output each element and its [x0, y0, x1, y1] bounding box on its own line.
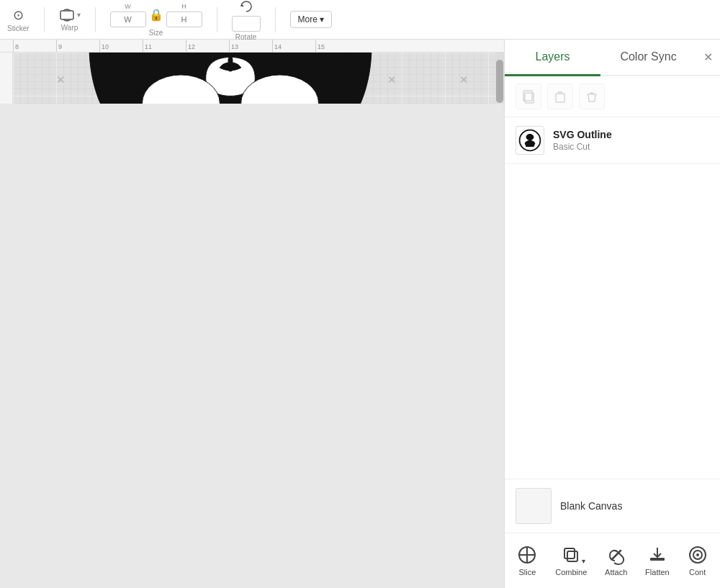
size-tool: W 🔒 H Size	[110, 3, 202, 37]
ruler-left	[0, 53, 13, 104]
ruler-tick-9: 9	[56, 40, 99, 52]
ruler-tick-8: 8	[13, 40, 56, 52]
separator-2	[95, 7, 96, 32]
paste-layer-button[interactable]	[547, 83, 573, 109]
ruler-tick-10: 10	[99, 40, 143, 52]
width-label: W	[125, 3, 131, 10]
combine-button[interactable]: ▾ Combine	[548, 540, 594, 581]
sticker-label: Sticker	[7, 24, 30, 32]
right-panel: Layers Color Sync ✕	[504, 40, 720, 588]
main-area: 8 9 10 11 12 13 14 15 ✕ ✕	[0, 40, 720, 588]
copy-icon	[521, 89, 536, 104]
svg-rect-23	[650, 558, 665, 561]
ruler-tick-15: 15	[315, 40, 359, 52]
lock-icon[interactable]: 🔒	[149, 8, 163, 22]
more-arrow: ▾	[320, 14, 324, 24]
attach-icon	[606, 545, 626, 565]
warp-tool[interactable]: ▾ Warp	[59, 8, 81, 32]
layer-thumbnail	[516, 126, 544, 155]
svg-rect-10	[228, 57, 233, 71]
canvas-scrollbar[interactable]	[495, 53, 504, 104]
blank-canvas-item[interactable]: Blank Canvas	[505, 479, 720, 533]
warp-icon: ▾	[59, 8, 81, 22]
width-input[interactable]	[110, 12, 146, 27]
layer-toolbar	[505, 76, 720, 117]
tabs-bar: Layers Color Sync ✕	[505, 40, 720, 76]
delete-layer-button[interactable]	[579, 83, 605, 109]
svg-point-26	[696, 553, 699, 556]
flatten-button[interactable]: Flatten	[638, 540, 677, 581]
panel-close-button[interactable]: ✕	[696, 40, 720, 75]
warp-label: Warp	[61, 24, 78, 32]
panel-content: SVG Outline Basic Cut Blank Canvas	[505, 117, 720, 533]
combine-label: Combine	[555, 568, 587, 576]
layer-type: Basic Cut	[553, 142, 709, 152]
copy-layer-button[interactable]	[516, 83, 541, 109]
svg-rect-15	[556, 94, 564, 102]
slice-button[interactable]: Slice	[510, 540, 544, 581]
contour-icon	[688, 545, 708, 565]
x-mark: ✕	[459, 74, 468, 86]
rotate-icon	[238, 0, 254, 14]
slice-label: Slice	[518, 568, 536, 576]
height-input[interactable]	[166, 12, 202, 27]
sticker-icon: ⊙	[13, 7, 24, 23]
layer-name: SVG Outline	[553, 129, 709, 140]
more-label: More	[298, 14, 318, 24]
ruler-top: 8 9 10 11 12 13 14 15	[0, 40, 504, 53]
rotate-input[interactable]	[232, 16, 261, 32]
height-label: H	[181, 3, 186, 10]
more-button[interactable]: More ▾	[290, 11, 332, 28]
paste-icon	[553, 89, 567, 104]
rotate-tool: Rotate	[232, 0, 261, 41]
ruler-tick-11: 11	[143, 40, 186, 52]
tab-color-sync[interactable]: Color Sync	[600, 40, 696, 76]
contour-button[interactable]: Cont	[680, 540, 715, 581]
panel-bottom-toolbar: Slice ▾ Combine Attach Flatten	[505, 533, 720, 588]
layer-item[interactable]: SVG Outline Basic Cut	[505, 117, 720, 164]
canvas-area: 8 9 10 11 12 13 14 15 ✕ ✕	[0, 40, 504, 588]
delete-icon	[585, 89, 599, 104]
separator-1	[44, 7, 45, 32]
scrollbar-thumb[interactable]	[496, 60, 503, 103]
main-toolbar: ⊙ Sticker ▾ Warp W 🔒 H Size	[0, 0, 720, 40]
flatten-icon	[647, 545, 667, 565]
svg-rect-22	[567, 551, 577, 561]
ruler-tick-13: 13	[229, 40, 272, 52]
layer-info: SVG Outline Basic Cut	[553, 129, 709, 152]
svg-rect-21	[564, 548, 575, 558]
ruler-numbers: 8 9 10 11 12 13 14 15	[13, 40, 359, 52]
sticker-tool[interactable]: ⊙ Sticker	[7, 7, 30, 32]
tiger-svg	[54, 53, 407, 104]
separator-3	[217, 7, 217, 32]
contour-label: Cont	[689, 568, 706, 576]
svg-rect-0	[60, 11, 73, 19]
slice-icon	[517, 545, 537, 565]
grid-canvas[interactable]: ✕ ✕ ✕ ✕ ✕ ✕ ✕ ✕ ✕ ✕ ✕ ✕ ✕ ✕ ✕ ✕ ✕	[13, 53, 495, 104]
ruler-tick-14: 14	[272, 40, 315, 52]
layer-thumb-svg	[517, 127, 543, 153]
combine-icon: ▾	[561, 545, 581, 565]
blank-canvas-thumbnail	[516, 488, 552, 524]
size-label: Size	[149, 29, 163, 37]
tab-layers[interactable]: Layers	[505, 40, 600, 76]
attach-label: Attach	[605, 568, 627, 576]
blank-canvas-label: Blank Canvas	[560, 500, 622, 512]
attach-button[interactable]: Attach	[598, 540, 634, 581]
flatten-label: Flatten	[645, 568, 670, 576]
combine-dropdown-arrow: ▾	[582, 557, 585, 565]
tiger-image[interactable]	[54, 53, 407, 104]
ruler-tick-12: 12	[186, 40, 229, 52]
separator-4	[275, 7, 276, 32]
